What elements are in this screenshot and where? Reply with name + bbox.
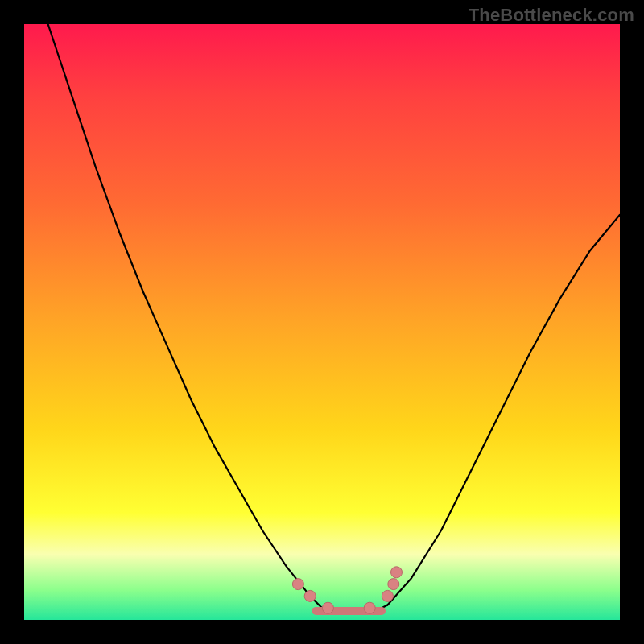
chart-svg-layer <box>24 24 620 620</box>
bottom-marker-dot <box>322 602 333 613</box>
watermark-text: TheBottleneck.com <box>469 5 634 26</box>
bottom-marker-dot <box>304 590 316 601</box>
curve-left-branch <box>48 24 322 608</box>
bottom-marker-dot <box>364 602 375 613</box>
bottom-marker-dot <box>391 567 402 578</box>
bottom-marker-dot <box>382 590 393 601</box>
bottom-marker-dot <box>292 579 303 590</box>
bottom-marker-dot <box>388 579 399 590</box>
curve-right-branch <box>387 215 620 605</box>
